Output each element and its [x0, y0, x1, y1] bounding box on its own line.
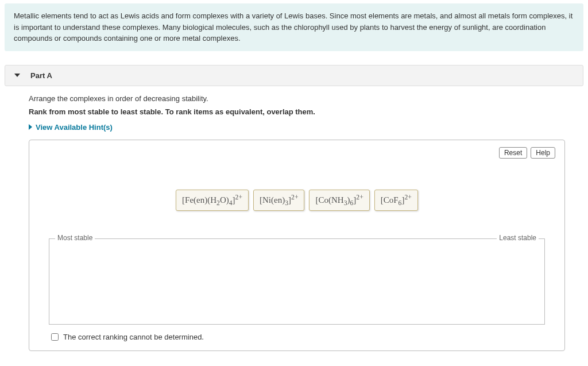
zone-label-right: Least stable: [497, 234, 539, 242]
ranking-item[interactable]: [Co(NH3)6]2+: [309, 190, 369, 211]
reset-button[interactable]: Reset: [499, 147, 527, 159]
ranking-dropzone[interactable]: Most stable Least stable: [49, 238, 545, 325]
view-hints-link[interactable]: View Available Hint(s): [29, 123, 113, 132]
ranking-item[interactable]: [Ni(en)3]2+: [253, 190, 304, 211]
cannot-determine-label: The correct ranking cannot be determined…: [63, 333, 204, 341]
question-text: Arrange the complexes in order of decrea…: [29, 94, 565, 103]
part-header[interactable]: Part A: [5, 65, 583, 86]
part-label: Part A: [30, 71, 52, 80]
instruction-text: Rank from most stable to least stable. T…: [29, 107, 565, 116]
caret-right-icon: [29, 124, 32, 130]
ranking-item[interactable]: [Fe(en)(H2O)4]2+: [176, 190, 249, 211]
ranking-workspace: Reset Help [Fe(en)(H2O)4]2+ [Ni(en)3]2+ …: [29, 140, 565, 351]
help-button[interactable]: Help: [531, 147, 555, 159]
part-body: Arrange the complexes in order of decrea…: [5, 86, 583, 356]
caret-down-icon: [14, 74, 20, 77]
cannot-determine-checkbox[interactable]: [51, 333, 59, 341]
intro-text: Metallic elements tend to act as Lewis a…: [5, 3, 583, 51]
ranking-item[interactable]: [CoF6]2+: [374, 190, 418, 211]
cannot-determine-row: The correct ranking cannot be determined…: [51, 333, 548, 341]
workspace-buttons: Reset Help: [499, 147, 555, 159]
zone-label-left: Most stable: [55, 234, 95, 242]
items-pool: [Fe(en)(H2O)4]2+ [Ni(en)3]2+ [Co(NH3)6]2…: [43, 190, 551, 211]
hints-label: View Available Hint(s): [36, 123, 113, 132]
